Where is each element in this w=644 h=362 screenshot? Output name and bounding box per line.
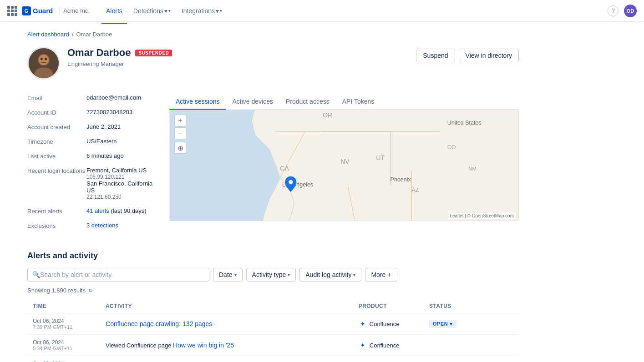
login-locations-label: Recent login locations (27, 167, 86, 174)
field-login-locations: Recent login locations Fremont, Californ… (27, 167, 155, 200)
col-status: Status (424, 299, 519, 313)
exclusions-label: Exclusions (27, 222, 86, 229)
chevron-down-icon: ▾ (164, 7, 167, 15)
account-created-label: Account created (27, 123, 86, 131)
svg-text:NM: NM (469, 166, 477, 171)
plus-icon: + (387, 271, 391, 278)
col-activity: Activity (100, 299, 353, 313)
profile-name: Omar Darboe (67, 47, 131, 59)
time-cell: Oct 06, 2024 12:32 PM GMT+11 (27, 356, 100, 362)
email-label: Email (27, 94, 86, 101)
svg-text:CA: CA (280, 165, 289, 172)
refresh-icon[interactable]: ↻ (88, 287, 93, 294)
more-filters-button[interactable]: More + (365, 268, 397, 282)
status-cell (424, 335, 519, 356)
svg-point-24 (289, 180, 293, 184)
breadcrumb-current: Omar Darboe (76, 31, 112, 38)
recent-alerts-value: 41 alerts (last 90 days) (86, 207, 147, 214)
avatar-large (27, 47, 60, 80)
profile-title: Engineering Manager (67, 60, 416, 67)
timezone-label: Timezone (27, 138, 86, 145)
nav-links: Alerts Detections ▾ Integrations ▾ (101, 5, 227, 17)
date-filter[interactable]: Date ▾ (213, 268, 243, 282)
suspend-button[interactable]: Suspend (416, 49, 455, 62)
field-account-id: Account ID 72730823048203 (27, 109, 155, 116)
svg-point-3 (39, 55, 49, 65)
recent-alerts-link[interactable]: 41 alerts (86, 207, 109, 214)
status-badge-open[interactable]: OPEN ▾ (429, 320, 456, 328)
tab-api-tokens[interactable]: API Tokens (336, 94, 381, 110)
profile-header: Omar Darboe SUSPENDED Engineering Manage… (27, 47, 519, 80)
tab-active-sessions[interactable]: Active sessions (169, 94, 226, 110)
email-value: odarboe@email.com (86, 94, 141, 101)
svg-text:United States: United States (447, 120, 482, 126)
profile-sessions: Active sessions Active devices Product a… (169, 94, 519, 236)
nav-detections[interactable]: Detections ▾ (129, 5, 175, 17)
account-id-label: Account ID (27, 109, 86, 116)
audit-log-filter[interactable]: Audit log activity ▾ (299, 268, 361, 282)
col-time: Time (27, 299, 100, 313)
field-last-active: Last active 6 minutes ago (27, 152, 155, 160)
results-count: Showing 1,890 results ↻ (27, 287, 519, 294)
map-locate-button[interactable]: ⊕ (174, 142, 186, 154)
activity-type-filter[interactable]: Activity type ▾ (246, 268, 296, 282)
status-badge: SUSPENDED (135, 50, 172, 56)
confluence-icon: ✦ (359, 341, 367, 349)
profile-actions: Suspend View in directory (416, 47, 519, 62)
svg-text:NV: NV (340, 158, 350, 165)
map-zoom-in[interactable]: + (174, 115, 186, 126)
help-icon[interactable]: ? (608, 5, 619, 16)
activity-cell: Viewed Confluence page How we win big in… (100, 335, 353, 356)
login-locations-value: Fremont, California US 106.99.120.121 Sa… (86, 167, 155, 200)
top-navigation: G Guard Acme Inc. Alerts Detections ▾ In… (0, 0, 644, 22)
profile-tabs: Active sessions Active devices Product a… (169, 94, 519, 110)
activity-cell: Confluence page crawling: 132 pages (100, 313, 353, 335)
chevron-down-icon: ▾ (450, 321, 453, 327)
field-timezone: Timezone US/Eastern (27, 138, 155, 145)
activity-cell: Jira issue crawling: 89 issues (100, 356, 353, 362)
chevron-down-icon: ▾ (234, 272, 237, 277)
svg-point-4 (41, 58, 43, 60)
status-cell: OPEN ▾ (424, 313, 519, 335)
profile-info: Omar Darboe SUSPENDED Engineering Manage… (67, 47, 416, 67)
field-recent-alerts: Recent alerts 41 alerts (last 90 days) (27, 207, 155, 215)
activity-link[interactable]: How we win big in '25 (173, 342, 234, 349)
product-name: Confluence (370, 342, 400, 349)
tab-active-devices[interactable]: Active devices (226, 94, 279, 110)
app-switcher-icon[interactable] (7, 6, 17, 16)
map-zoom-out[interactable]: − (174, 127, 186, 139)
breadcrumb-parent[interactable]: Alert dashboard (27, 31, 69, 38)
search-icon: 🔍 (32, 271, 40, 278)
chevron-down-icon: ▾ (353, 272, 355, 277)
time-cell: Oct 06, 2024 5:34 PM GMT+11 (27, 335, 100, 356)
field-account-created: Account created June 2, 2021 (27, 123, 155, 131)
activity-section: Alerts and activity 🔍 Date ▾ Activity ty… (27, 251, 519, 362)
nav-right: ? OD (608, 5, 637, 17)
activity-table: Time Activity Product Status Oct 06, 202… (27, 299, 519, 362)
app-logo[interactable]: G Guard (22, 6, 53, 15)
app-name: Guard (33, 7, 53, 15)
nav-integrations[interactable]: Integrations ▾ (177, 5, 227, 17)
table-row: Oct 06, 2024 12:32 PM GMT+11 Jira issue … (27, 356, 519, 362)
activity-link[interactable]: Confluence page crawling: 132 pages (106, 320, 212, 327)
nav-left: G Guard Acme Inc. Alerts Detections ▾ In… (7, 5, 227, 17)
search-box: 🔍 (27, 268, 209, 282)
view-directory-button[interactable]: View in directory (459, 49, 519, 62)
sessions-map: CA OR WA NV UT AZ CO NM Los Angeles Phoe… (169, 110, 519, 221)
nav-alerts[interactable]: Alerts (101, 5, 127, 17)
table-row: Oct 06, 2024 5:34 PM GMT+11 Viewed Confl… (27, 335, 519, 356)
recent-alerts-period: (last 90 days) (111, 207, 147, 214)
activity-prefix: Viewed Confluence page (106, 342, 173, 349)
confluence-icon: ✦ (359, 320, 367, 328)
avatar[interactable]: OD (624, 5, 637, 17)
account-created-value: June 2, 2021 (86, 123, 121, 130)
chevron-down-icon: ▾ (288, 272, 290, 277)
status-cell: ACKNOWLEDGED ▾ (424, 356, 519, 362)
product-cell: ◈ Jira (353, 356, 424, 362)
exclusions-value: 3 detections (86, 222, 118, 229)
search-input[interactable] (40, 268, 204, 281)
exclusions-link[interactable]: 3 detections (86, 222, 118, 229)
last-active-label: Last active (27, 152, 86, 160)
section-title: Alerts and activity (27, 251, 519, 261)
tab-product-access[interactable]: Product access (279, 94, 336, 110)
